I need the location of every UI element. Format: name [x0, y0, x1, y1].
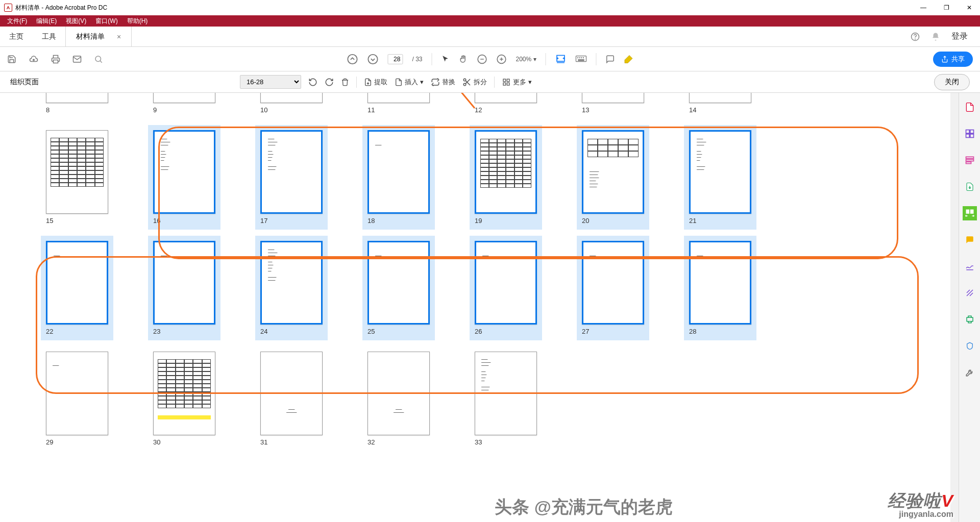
tab-close-button[interactable]: × [117, 33, 121, 41]
rotate-ccw-button[interactable] [308, 78, 317, 87]
svg-rect-18 [503, 79, 506, 82]
page-down-icon[interactable] [367, 54, 378, 65]
menu-edit[interactable]: 编辑(E) [32, 16, 61, 27]
share-button[interactable]: 共享 [933, 52, 973, 67]
svg-rect-31 [970, 210, 973, 214]
page-thumbnail[interactable]: 19 [473, 125, 539, 230]
organize-toolbar: 组织页面 16-28 提取 插入 ▾ 替换 拆分 更多 ▾ 关闭 [0, 71, 980, 93]
rail-fill-sign-icon[interactable] [963, 259, 977, 274]
watermark-brand: 经验啦V jingyanla.com [888, 489, 953, 519]
page-number-label: 28 [689, 328, 751, 335]
maximize-button[interactable]: ❐ [944, 4, 949, 11]
rail-combine-icon[interactable] [963, 127, 977, 141]
svg-rect-26 [970, 134, 973, 138]
rail-more-tools-icon[interactable] [963, 365, 977, 380]
comment-icon[interactable] [606, 55, 615, 64]
cloud-upload-icon[interactable] [29, 55, 39, 64]
zoom-select[interactable]: 200% ▾ [516, 56, 536, 63]
page-thumbnail[interactable]: ━━━━━━━9 [151, 93, 217, 119]
minimize-button[interactable]: — [920, 4, 926, 11]
page-thumbnail[interactable]: ━━━━━━━10 [258, 93, 325, 119]
highlight-icon[interactable] [624, 55, 633, 64]
page-thumbnail[interactable]: ━━━━━━26 [473, 236, 539, 340]
svg-point-5 [348, 54, 357, 63]
page-thumbnail[interactable]: ━━━━━━28 [687, 236, 753, 340]
menu-help[interactable]: 帮助(H) [123, 16, 152, 27]
rail-export-icon[interactable] [963, 180, 977, 194]
app-icon: A [4, 4, 12, 12]
page-thumbnail[interactable]: ━━━━━━━8 [44, 93, 110, 119]
menu-window[interactable]: 窗口(W) [91, 16, 121, 27]
rail-comment-icon[interactable] [963, 233, 977, 247]
mail-icon[interactable] [72, 55, 82, 64]
page-up-icon[interactable] [347, 54, 358, 65]
page-thumbnail[interactable]: ━━━━━━━━━━━━━━━━31 [258, 346, 325, 451]
fit-width-icon[interactable] [555, 54, 567, 64]
page-thumbnail[interactable]: ━━━━━━━13 [580, 93, 646, 119]
page-number-label: 33 [475, 438, 537, 446]
svg-rect-21 [507, 83, 509, 85]
zoom-out-icon[interactable] [477, 54, 487, 64]
print-icon[interactable] [51, 55, 60, 64]
range-select[interactable]: 16-28 [240, 75, 301, 89]
page-thumbnail[interactable]: ━━━━━━━12 [473, 93, 539, 119]
page-thumbnail[interactable]: ━━━━━━━━━━━━━━━━━━━━━━━━━━━━━━━━━━━━━━━━… [687, 125, 753, 230]
tab-document[interactable]: 材料清单 × [66, 27, 132, 46]
page-thumbnail[interactable]: ━━━━━━━━━━━━━━━━━━━━━━━━━━━━━━━━━━━━━━━━… [258, 125, 325, 230]
tab-tools[interactable]: 工具 [33, 32, 65, 41]
page-input[interactable] [387, 54, 403, 64]
page-thumbnail[interactable]: ━━━━━━23 [151, 236, 217, 340]
page-number-label: 12 [475, 106, 537, 114]
rail-create-pdf-icon[interactable] [963, 100, 977, 114]
login-button[interactable]: 登录 [951, 31, 968, 42]
save-icon[interactable] [7, 55, 16, 64]
rail-organize-icon[interactable] [963, 206, 977, 220]
page-thumbnail[interactable]: ━━━━━━━━━━━━━━━━━━━━━━━━━━━━━━━━━━━━━━━━… [151, 125, 217, 230]
page-thumbnail[interactable]: ━━━━━━29 [44, 346, 110, 451]
rail-edit-icon[interactable] [963, 153, 977, 167]
close-window-button[interactable]: ✕ [967, 4, 972, 11]
delete-button[interactable] [341, 78, 349, 87]
page-thumbnail[interactable]: ━━━━━━━━━━━━━━━━━━━━━━━━━━━━━━━━━━━━━━━━… [473, 346, 539, 451]
extract-button[interactable]: 提取 [364, 78, 387, 87]
page-thumbnail[interactable]: 30 [151, 346, 217, 451]
hand-icon[interactable] [458, 55, 468, 64]
window-title: 材料清单 - Adobe Acrobat Pro DC [15, 4, 107, 12]
tab-document-label: 材料清单 [76, 32, 105, 41]
help-icon[interactable] [911, 32, 920, 41]
insert-button[interactable]: 插入 ▾ [395, 78, 424, 87]
page-thumbnail[interactable]: 15 [44, 125, 110, 230]
page-thumbnail[interactable]: ━━━━━━18 [365, 125, 432, 230]
rotate-cw-button[interactable] [325, 78, 334, 87]
menu-view[interactable]: 视图(V) [62, 16, 90, 27]
svg-point-13 [581, 57, 582, 58]
page-number-label: 8 [46, 106, 108, 114]
rail-print-production-icon[interactable] [963, 312, 977, 327]
search-icon[interactable] [94, 55, 103, 64]
page-number-label: 17 [260, 217, 323, 225]
more-button[interactable]: 更多 ▾ [502, 78, 532, 87]
rail-protect-icon[interactable] [963, 339, 977, 353]
page-thumbnail[interactable]: ━━━━━━22 [44, 236, 110, 340]
page-thumbnail[interactable]: ━━━━━━━━━━━━━━━━32 [365, 346, 432, 451]
scrollbar[interactable] [950, 93, 959, 522]
page-thumbnail[interactable]: ━━━━━━━14 [687, 93, 753, 119]
page-thumbnail[interactable]: ━━━━━━27 [580, 236, 646, 340]
page-thumbnail[interactable]: ━━━━━━25 [365, 236, 432, 340]
tab-home[interactable]: 主页 [0, 32, 33, 41]
page-thumbnail[interactable]: ━━━━━━━━━━━━━━━━━━━━━━━━━━━━━━━━━━━━━━━━… [580, 125, 646, 230]
bell-icon[interactable] [931, 32, 940, 41]
pointer-icon[interactable] [441, 55, 449, 63]
page-thumbnail[interactable]: ━━━━━━━11 [365, 93, 432, 119]
keyboard-icon[interactable] [576, 55, 587, 63]
split-button[interactable]: 拆分 [462, 78, 487, 87]
rail-redact-icon[interactable] [963, 286, 977, 300]
close-panel-button[interactable]: 关闭 [934, 74, 970, 90]
thumbnails-panel: ━━━━━━━8━━━━━━━9━━━━━━━10━━━━━━━11━━━━━━… [0, 93, 959, 522]
page-thumbnail[interactable]: ━━━━━━━━━━━━━━━━━━━━━━━━━━━━━━━━━━━━━━━━… [258, 236, 325, 340]
replace-button[interactable]: 替换 [431, 78, 455, 87]
menu-file[interactable]: 文件(F) [3, 16, 31, 27]
page-number-label: 21 [689, 217, 751, 225]
zoom-in-icon[interactable] [496, 54, 506, 64]
svg-rect-25 [966, 134, 969, 138]
